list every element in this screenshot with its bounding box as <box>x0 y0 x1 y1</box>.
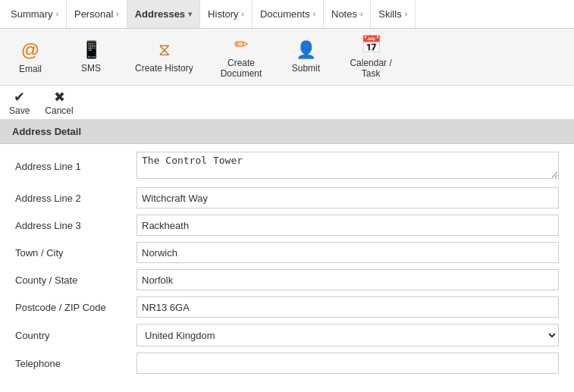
nav-label-history: History <box>208 8 238 20</box>
label-address-line-1: Address Line 1 <box>15 161 136 172</box>
label-address-line-3: Address Line 3 <box>15 220 136 231</box>
nav-label-notes: Notes <box>331 8 357 20</box>
form-row-address-line-1: Address Line 1 The Control Tower <box>15 152 559 181</box>
form-row-address-line-3: Address Line 3 <box>15 215 559 236</box>
label-telephone: Telephone <box>15 358 136 369</box>
address-line-2-input[interactable] <box>136 187 559 209</box>
form-row-address-line-2: Address Line 2 <box>15 187 559 209</box>
calendar-icon: 📅 <box>361 35 381 55</box>
submit-button[interactable]: 👤 Submit <box>283 37 328 77</box>
label-country: Country <box>15 330 136 341</box>
nav-label-documents: Documents <box>260 8 310 20</box>
nav-item-documents[interactable]: Documents › <box>252 0 324 28</box>
nav-chevron-documents: › <box>313 10 315 18</box>
postcode-input[interactable] <box>136 296 559 318</box>
email-icon: @ <box>21 39 39 61</box>
cancel-label: Cancel <box>45 105 73 116</box>
sms-button[interactable]: 📱 SMS <box>68 37 114 77</box>
submit-icon: 👤 <box>296 40 316 60</box>
nav-chevron-summary: › <box>56 10 58 18</box>
label-postcode: Postcode / ZIP Code <box>15 302 136 313</box>
nav-chevron-skills: › <box>405 10 407 18</box>
calendar-task-button[interactable]: 📅 Calendar /Task <box>343 32 397 83</box>
form-row-county-state: County / State <box>15 269 559 290</box>
nav-label-personal: Personal <box>74 8 113 20</box>
toolbar: @ Email 📱 SMS ⧖ Create History ✏ CreateD… <box>0 29 574 86</box>
town-city-input[interactable] <box>136 242 559 263</box>
address-line-1-wrapper: The Control Tower <box>136 152 559 181</box>
save-label: Save <box>9 105 30 116</box>
label-county-state: County / State <box>15 274 136 286</box>
email-button[interactable]: @ Email <box>8 36 53 77</box>
save-button[interactable]: ✔ Save <box>9 89 30 116</box>
checkmark-icon: ✔ <box>14 89 25 105</box>
address-form: Address Line 1 The Control Tower Address… <box>0 144 574 387</box>
county-state-input[interactable] <box>136 269 559 290</box>
nav-chevron-notes: › <box>360 10 362 18</box>
section-header: Address Detail <box>0 120 574 144</box>
label-address-line-2: Address Line 2 <box>15 193 136 204</box>
nav-chevron-history: › <box>242 10 244 18</box>
form-row-telephone: Telephone <box>15 353 559 374</box>
nav-label-skills: Skills <box>378 8 401 20</box>
telephone-input[interactable] <box>136 353 559 374</box>
submit-label: Submit <box>292 63 320 74</box>
nav-item-history[interactable]: History › <box>200 0 252 28</box>
create-document-label: CreateDocument <box>221 58 262 80</box>
nav-label-addresses: Addresses <box>135 8 185 20</box>
create-history-label: Create History <box>135 63 193 74</box>
create-history-button[interactable]: ⧖ Create History <box>129 37 199 77</box>
form-row-postcode: Postcode / ZIP Code <box>15 296 559 318</box>
form-row-town-city: Town / City <box>15 242 559 263</box>
create-document-button[interactable]: ✏ CreateDocument <box>215 32 268 83</box>
nav-label-summary: Summary <box>11 8 53 20</box>
nav-item-addresses[interactable]: Addresses ▾ <box>127 0 200 28</box>
address-line-3-input[interactable] <box>136 215 559 236</box>
action-bar: ✔ Save ✖ Cancel <box>0 86 574 120</box>
country-select[interactable]: United Kingdom United States France Germ… <box>136 324 559 347</box>
nav-item-notes[interactable]: Notes › <box>324 0 371 28</box>
create-history-icon: ⧖ <box>158 40 170 60</box>
nav-chevron-personal: › <box>116 10 118 18</box>
section-title: Address Detail <box>12 126 81 137</box>
label-town-city: Town / City <box>15 247 136 259</box>
nav-item-skills[interactable]: Skills › <box>371 0 416 28</box>
create-document-icon: ✏ <box>234 35 248 55</box>
address-line-1-input[interactable]: The Control Tower <box>136 152 559 179</box>
x-icon: ✖ <box>54 89 65 105</box>
email-label: Email <box>19 64 42 74</box>
form-row-country: Country United Kingdom United States Fra… <box>15 324 559 347</box>
cancel-button[interactable]: ✖ Cancel <box>45 89 73 116</box>
sms-label: SMS <box>81 63 101 74</box>
nav-chevron-addresses: ▾ <box>188 10 192 18</box>
calendar-task-label: Calendar /Task <box>350 58 391 80</box>
sms-icon: 📱 <box>81 40 102 60</box>
nav-item-summary[interactable]: Summary › <box>3 0 67 28</box>
top-navigation: Summary › Personal › Addresses ▾ History… <box>0 0 574 29</box>
nav-item-personal[interactable]: Personal › <box>67 0 127 28</box>
